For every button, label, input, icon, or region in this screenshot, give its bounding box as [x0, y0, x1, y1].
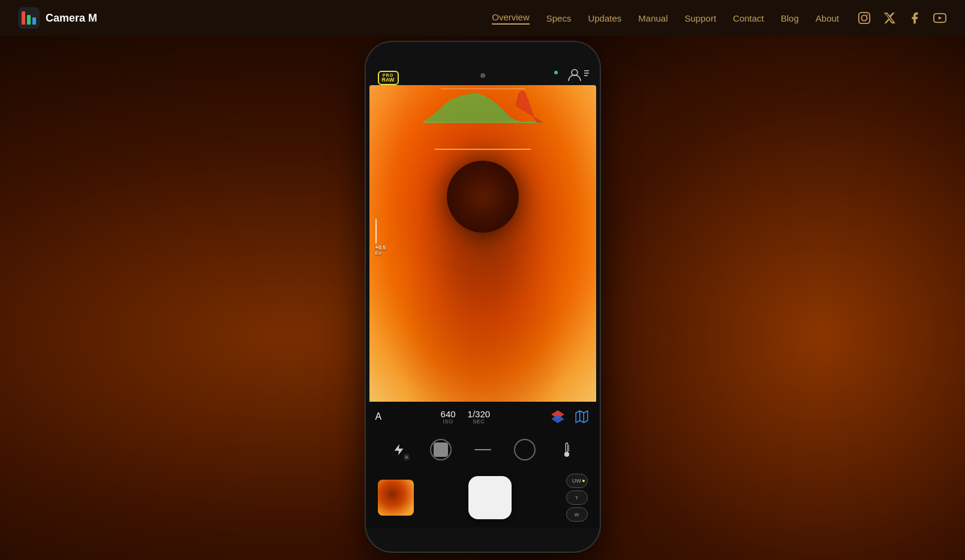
- flash-icon[interactable]: A: [387, 438, 411, 462]
- stop-record-button[interactable]: [429, 438, 453, 462]
- nav-link-updates[interactable]: Updates: [588, 13, 621, 23]
- ctrl-icons: [549, 408, 590, 425]
- phone-person-icon: [566, 68, 590, 85]
- svg-rect-15: [566, 443, 567, 453]
- exposure-value: +0.5: [375, 245, 386, 251]
- camera-viewfinder: +0.5 EV: [369, 85, 596, 403]
- instagram-icon[interactable]: [857, 11, 871, 25]
- layers-icon[interactable]: [549, 408, 566, 425]
- svg-marker-11: [551, 415, 564, 423]
- svg-marker-14: [394, 444, 403, 455]
- nav-link-blog[interactable]: Blog: [781, 13, 799, 23]
- gallery-thumbnail[interactable]: [378, 480, 414, 516]
- camera-mode-label: A: [375, 411, 382, 422]
- shutter-inner: [434, 442, 448, 457]
- navbar: Camera M Overview Specs Updates Manual S…: [0, 0, 965, 36]
- bottom-controls: A: [366, 432, 600, 468]
- phone-green-dot: [554, 71, 558, 74]
- flower-petals: [369, 85, 596, 403]
- nav-link-about[interactable]: About: [816, 13, 839, 23]
- phone-frame: PRO RAW: [366, 42, 600, 552]
- iso-group[interactable]: 640 ISO: [441, 410, 456, 424]
- bar2: [27, 15, 31, 25]
- nav-link-overview[interactable]: Overview: [492, 12, 530, 25]
- lens-w-button[interactable]: W: [566, 507, 588, 522]
- logo-bars: [22, 11, 36, 25]
- line-shape: [474, 449, 491, 450]
- histogram-overlay: [423, 88, 543, 124]
- phone-status-bar: [366, 42, 600, 68]
- thermometer-icon[interactable]: [555, 438, 579, 462]
- svg-rect-0: [859, 13, 870, 23]
- logo-text: Camera M: [46, 12, 97, 25]
- nav-link-support[interactable]: Support: [685, 13, 717, 23]
- logo-icon: [18, 7, 40, 29]
- nav-social: [857, 11, 947, 25]
- phone-container: PRO RAW: [366, 42, 600, 552]
- iso-value: 640: [441, 410, 456, 419]
- lens-selector: UW T W: [566, 474, 588, 522]
- lens-uw-button[interactable]: UW: [566, 474, 588, 488]
- line-icon[interactable]: [471, 438, 495, 462]
- pro-raw-raw-text: RAW: [382, 77, 395, 83]
- circle-icon[interactable]: [513, 438, 537, 462]
- shutter-ring: [430, 439, 452, 460]
- flower-center: [447, 161, 519, 233]
- lens-t-button[interactable]: T: [566, 490, 588, 505]
- shutter-value: 1/320: [468, 410, 491, 419]
- nav-link-contact[interactable]: Contact: [733, 13, 764, 23]
- main-content: PRO RAW: [0, 36, 965, 560]
- exposure-indicator: +0.5 EV: [375, 219, 386, 256]
- nav-links: Overview Specs Updates Manual Support Co…: [492, 12, 839, 25]
- shutter-group[interactable]: 1/320 SEC: [468, 410, 491, 424]
- twitter-icon[interactable]: [882, 11, 897, 25]
- svg-point-16: [564, 452, 569, 456]
- bar1: [22, 11, 25, 25]
- svg-marker-3: [939, 16, 942, 20]
- shutter-row: UW T W: [366, 468, 600, 528]
- exposure-unit: EV: [375, 251, 382, 256]
- circle-shape: [514, 439, 536, 460]
- bar3: [32, 17, 36, 25]
- shutter-button[interactable]: [468, 476, 512, 519]
- lens-active-dot: [582, 480, 585, 482]
- nav-logo[interactable]: Camera M: [18, 7, 97, 29]
- nav-link-specs[interactable]: Specs: [546, 13, 572, 23]
- iso-label: ISO: [443, 419, 453, 424]
- svg-point-2: [867, 14, 868, 16]
- focus-bracket: [435, 149, 531, 151]
- shutter-label: SEC: [473, 419, 485, 424]
- pro-raw-badge: PRO RAW: [378, 71, 399, 85]
- exposure-line: [375, 219, 377, 243]
- iso-shutter-group: 640 ISO 1/320 SEC: [441, 410, 491, 424]
- phone-center-dot: [480, 73, 485, 78]
- svg-point-1: [861, 15, 867, 20]
- gallery-thumb-image: [378, 480, 414, 516]
- camera-controls: A 640 ISO 1/320 SEC: [366, 402, 600, 432]
- map-icon[interactable]: [573, 408, 590, 425]
- nav-link-manual[interactable]: Manual: [638, 13, 668, 23]
- youtube-icon[interactable]: [933, 11, 947, 25]
- facebook-icon[interactable]: [907, 11, 922, 25]
